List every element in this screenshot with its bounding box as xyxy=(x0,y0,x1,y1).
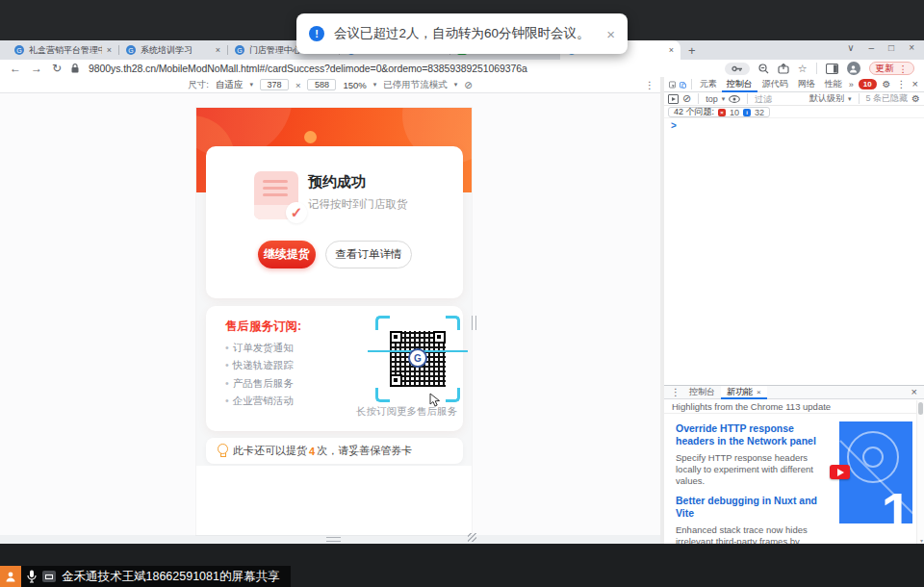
tab-close-icon[interactable]: × xyxy=(669,45,674,55)
viewport-height-input[interactable] xyxy=(307,79,336,90)
console-toolbar-divider xyxy=(698,93,699,104)
viewport-resize-handle-right[interactable] xyxy=(472,316,476,330)
new-tab-button[interactable]: + xyxy=(688,43,696,58)
close-window-button[interactable]: × xyxy=(909,42,914,53)
sharer-avatar xyxy=(0,566,21,587)
error-icon: × xyxy=(718,109,726,116)
console-error-count-badge[interactable]: 10 xyxy=(859,79,877,89)
throttle-off-icon: ⊘ xyxy=(464,80,472,90)
drawer-tab-close-icon[interactable]: × xyxy=(757,388,761,396)
whats-new-label: 新功能 xyxy=(727,386,753,398)
zoom-icon[interactable] xyxy=(758,64,769,74)
clear-console-icon[interactable]: ⊘ xyxy=(682,92,691,105)
inspect-element-icon[interactable] xyxy=(669,79,676,90)
issues-bar[interactable]: 42 个问题: × 10 i 32 xyxy=(668,107,770,117)
info-icon: i xyxy=(743,109,751,116)
success-card: ✓ 预约成功 记得按时到门店取货 继续提货 查看订单详情 xyxy=(206,146,463,298)
note-prefix: 此卡还可以提货 xyxy=(233,444,307,458)
devtools-tab-network[interactable]: 网络 xyxy=(793,77,820,92)
subscribe-item: •快递轨迹跟踪 xyxy=(225,359,294,372)
viewport-width-input[interactable] xyxy=(260,79,289,90)
share-icon[interactable] xyxy=(778,64,789,74)
console-toolbar-divider xyxy=(747,93,748,104)
page-bottom-blank xyxy=(196,466,472,535)
devtools-close-icon[interactable]: × xyxy=(910,79,921,89)
console-settings-gear-icon[interactable]: ⚙ xyxy=(911,93,920,104)
scrollbar-down-arrow[interactable]: ▾ xyxy=(920,537,923,544)
devtools-panel: 元素 控制台 源代码 网络 性能 » 10 ⚙ ⋮ × ⊘ top ▾ 默认级别… xyxy=(664,77,924,544)
subscribe-item: •产品售后服务 xyxy=(225,377,294,391)
devtools-menu-dots-icon[interactable]: ⋮ xyxy=(894,80,910,89)
hidden-messages-count: 5 条已隐藏 xyxy=(866,92,909,105)
success-subtitle: 记得按时到门店取货 xyxy=(308,197,408,212)
youtube-play-icon[interactable] xyxy=(830,465,850,479)
devtools-tab-sources[interactable]: 源代码 xyxy=(757,77,793,92)
continue-pickup-button[interactable]: 继续提货 xyxy=(258,241,316,268)
after-sales-card: 售后服务订阅: •订单发货通知 •快递轨迹跟踪 •产品售后服务 •企业营销活动 xyxy=(206,306,463,431)
zoom-level-select[interactable]: 150% xyxy=(343,80,366,90)
console-log-level-selector[interactable]: 默认级别 xyxy=(809,92,844,105)
devtools-more-tabs-icon[interactable]: » xyxy=(847,77,856,92)
console-filter-input[interactable] xyxy=(755,94,806,104)
thumbnail-art: 1 xyxy=(839,421,912,523)
bookmark-star-icon[interactable]: ☆ xyxy=(798,63,808,75)
devtools-settings-gear-icon[interactable]: ⚙ xyxy=(880,80,894,89)
notification-close-icon[interactable]: × xyxy=(606,26,615,42)
tab-close-icon[interactable]: × xyxy=(216,45,220,55)
dimension-multiply-sign: × xyxy=(295,80,301,90)
tab-title: 门店管理中心 xyxy=(249,44,301,57)
console-sidebar-toggle-icon[interactable] xyxy=(668,94,679,104)
forward-button[interactable]: → xyxy=(31,63,42,74)
subscribe-item: •订单发货通知 xyxy=(225,342,294,355)
live-expression-eye-icon[interactable] xyxy=(729,95,740,103)
devtools-tab-elements[interactable]: 元素 xyxy=(695,77,722,92)
side-panel-icon[interactable] xyxy=(826,64,838,74)
console-toolbar: ⊘ top ▾ 默认级别 ▾ 5 条已隐藏 ⚙ xyxy=(664,92,924,106)
browser-menu-dots-icon[interactable]: ⋮ xyxy=(899,64,909,74)
devtools-tab-performance[interactable]: 性能 xyxy=(820,77,847,92)
drawer-tab-console[interactable]: 控制台 xyxy=(683,386,721,399)
subscribe-qr-code[interactable]: G xyxy=(375,316,460,402)
minimize-button[interactable]: – xyxy=(869,42,875,53)
whats-new-link[interactable]: Better debugging in Nuxt and Vite xyxy=(676,495,835,520)
throttling-select[interactable]: 已停用节流模式 xyxy=(383,79,448,91)
tab-title: 系统培训学习 xyxy=(141,44,192,57)
tab-close-icon[interactable]: × xyxy=(107,45,112,55)
chrome-update-button[interactable]: 更新 ⋮ xyxy=(869,62,915,75)
browser-tab-2[interactable]: G 系统培训学习 × xyxy=(119,40,227,60)
console-prompt-chevron[interactable]: > xyxy=(671,120,677,131)
viewport-resize-handle-bottom[interactable] xyxy=(326,537,341,542)
whats-new-desc: Specify HTTP response headers locally to… xyxy=(676,452,832,487)
browser-tab-1[interactable]: G 礼盒营销平台管理中心 × xyxy=(8,40,118,60)
profile-avatar-icon[interactable] xyxy=(847,62,860,75)
reload-button[interactable]: ↻ xyxy=(52,63,62,74)
hero-dot-decoration xyxy=(304,131,317,143)
view-order-detail-button[interactable]: 查看订单详情 xyxy=(325,241,412,268)
site-favicon: G xyxy=(126,45,136,55)
drawer-scrollbar[interactable]: ▾ xyxy=(916,400,924,544)
devtools-tab-console[interactable]: 控制台 xyxy=(722,77,757,92)
back-button[interactable]: ← xyxy=(10,63,21,74)
chevron-down-icon: ▾ xyxy=(373,81,377,89)
drawer-menu-dots-icon[interactable]: ⋮ xyxy=(668,388,683,397)
note-suffix: 次，请妥善保管券卡 xyxy=(317,444,412,458)
info-icon: ! xyxy=(309,26,324,41)
whats-new-link[interactable]: Override HTTP response headers in the Ne… xyxy=(676,422,835,447)
viewport-resize-handle-corner[interactable] xyxy=(468,533,476,542)
browser-menu-chevron-icon[interactable]: ∨ xyxy=(847,42,854,53)
device-toolbar-menu-icon[interactable]: ⋮ xyxy=(645,80,654,90)
device-preset-select[interactable]: 自适应 xyxy=(216,79,244,91)
console-toolbar-divider xyxy=(859,93,860,104)
device-toolbar-toggle-icon[interactable] xyxy=(680,79,686,90)
drawer-close-icon[interactable]: × xyxy=(909,387,920,397)
chrome-113-video-thumbnail[interactable]: 1 xyxy=(839,421,912,523)
maximize-button[interactable]: □ xyxy=(888,42,894,53)
address-url[interactable]: 9800ys.th28.cn/MobileModNoMall.html#/car… xyxy=(89,63,527,74)
scrollbar-thumb[interactable] xyxy=(918,402,923,415)
drawer-tab-whats-new[interactable]: 新功能 × xyxy=(721,386,767,399)
console-context-selector[interactable]: top xyxy=(706,94,718,104)
browser-toolbar: ← → ↻ 9800ys.th28.cn/MobileModNoMall.htm… xyxy=(0,60,924,77)
password-key-icon[interactable] xyxy=(725,63,750,75)
qr-caption: 长按订阅更多售后服务 xyxy=(356,405,457,419)
version-number: 1 xyxy=(882,485,911,523)
